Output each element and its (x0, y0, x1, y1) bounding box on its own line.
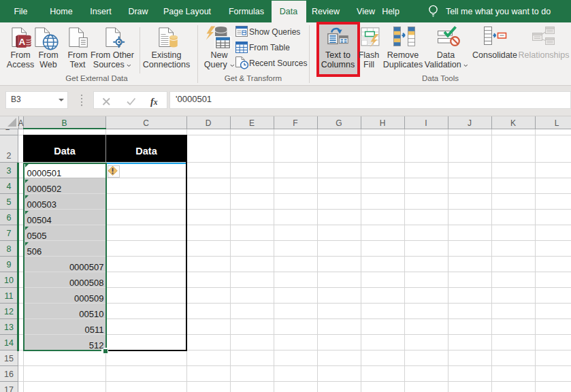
svg-text:A: A (18, 37, 25, 47)
